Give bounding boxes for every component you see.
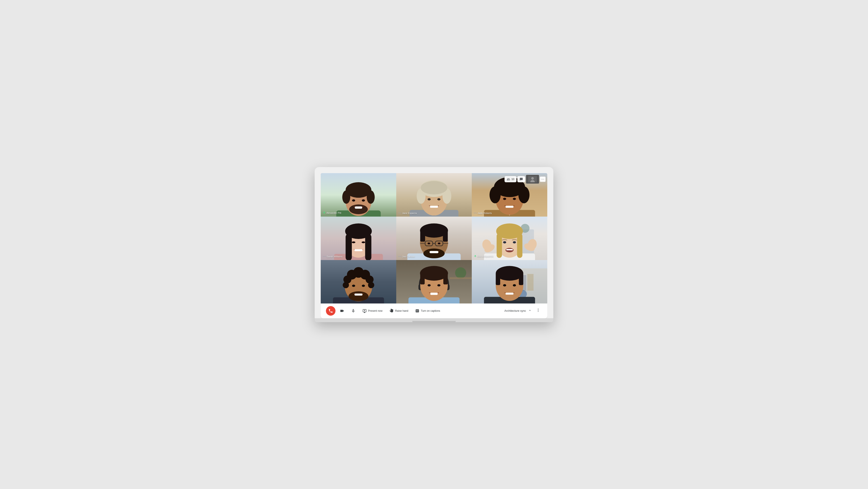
svg-rect-70 — [443, 230, 448, 241]
participant-visual-5 — [396, 217, 472, 260]
participant-avatar-4 — [321, 217, 396, 260]
participant-avatar-6 — [472, 217, 547, 260]
mic-dots-2 — [398, 213, 401, 213]
more-options-button[interactable] — [534, 307, 542, 314]
svg-point-28 — [428, 198, 431, 200]
svg-rect-47 — [506, 206, 514, 208]
end-call-icon — [328, 309, 333, 313]
mic-active-icon-6 — [474, 255, 476, 257]
svg-point-95 — [513, 241, 516, 243]
participant-name-1: Alexander Pitt — [327, 211, 341, 214]
svg-point-151 — [538, 311, 538, 312]
svg-point-78 — [438, 242, 440, 244]
meeting-title-chevron[interactable] — [527, 308, 532, 314]
participant-visual-1 — [321, 173, 396, 217]
svg-point-113 — [352, 285, 355, 287]
mic-dots-5 — [398, 256, 401, 257]
name-tag-3: Jade Roberts — [474, 212, 492, 214]
participant-name-2: Jane Esparza — [402, 212, 416, 214]
svg-point-10 — [367, 190, 375, 204]
controls-right: Architecture sync — [504, 307, 542, 314]
svg-point-146 — [503, 284, 506, 286]
mic-dots-4 — [323, 256, 326, 257]
captions-button[interactable]: Turn on captions — [412, 307, 443, 315]
participant-avatar-8 — [396, 260, 472, 304]
svg-point-130 — [428, 284, 431, 286]
svg-point-117 — [455, 267, 466, 278]
chat-icon — [520, 177, 523, 181]
svg-rect-97 — [506, 249, 513, 250]
participant-visual-8 — [396, 260, 472, 304]
self-view-more-button[interactable]: ⋯ — [540, 177, 546, 182]
svg-rect-115 — [354, 293, 363, 295]
name-tag-2: Jane Esparza — [398, 212, 416, 214]
meeting-title: Architecture sync — [504, 309, 526, 312]
microphone-button[interactable] — [348, 307, 358, 315]
svg-point-56 — [352, 241, 355, 243]
present-icon — [362, 309, 367, 313]
video-cell-6: Erin Kirkpatrick — [472, 217, 547, 260]
people-icon — [507, 177, 510, 181]
svg-point-43 — [494, 188, 500, 195]
raise-hand-button[interactable]: Raise hand — [387, 307, 411, 315]
svg-rect-128 — [420, 273, 425, 284]
controls-left: Present now Raise hand Turn on captions — [326, 306, 443, 316]
name-tag-6: Erin Kirkpatrick — [474, 255, 493, 258]
video-cell-2: Jane Esparza — [396, 173, 472, 217]
svg-rect-79 — [430, 251, 439, 253]
mic-indicator-2 — [398, 213, 401, 213]
svg-point-44 — [519, 188, 525, 195]
laptop-screen: 10 ⋯ — [321, 173, 547, 318]
video-grid: Alexander Pitt — [321, 173, 547, 304]
svg-rect-55 — [365, 234, 372, 260]
svg-rect-92 — [497, 233, 502, 258]
svg-point-110 — [343, 282, 349, 288]
svg-point-29 — [437, 198, 440, 200]
mic-indicator-4 — [323, 256, 326, 257]
svg-point-13 — [362, 199, 365, 201]
present-now-button[interactable]: Present now — [360, 307, 385, 315]
camera-button[interactable] — [337, 307, 347, 315]
svg-point-131 — [437, 284, 440, 286]
participant-visual-6 — [472, 217, 547, 260]
svg-point-46 — [513, 198, 516, 200]
svg-rect-30 — [430, 206, 438, 208]
more-vertical-icon — [536, 308, 540, 312]
svg-rect-145 — [519, 273, 523, 285]
svg-point-1 — [531, 177, 534, 180]
laptop-hinge — [412, 321, 456, 322]
svg-point-150 — [538, 310, 538, 311]
end-call-button[interactable] — [326, 306, 336, 316]
svg-point-77 — [428, 242, 430, 244]
svg-rect-144 — [496, 273, 500, 285]
participant-name-4: Sarah Williams — [327, 255, 342, 258]
svg-rect-16 — [324, 211, 324, 213]
participant-avatar-1 — [321, 173, 396, 217]
mic-indicator-3 — [474, 213, 477, 213]
captions-icon — [415, 309, 420, 313]
laptop-frame: 10 ⋯ — [315, 167, 553, 322]
participant-visual-2 — [396, 173, 472, 217]
participants-button[interactable]: 10 — [504, 176, 517, 182]
svg-rect-118 — [450, 277, 472, 279]
raise-hand-label: Raise hand — [395, 309, 408, 312]
chat-button[interactable] — [517, 176, 525, 182]
participant-name-3: Jade Roberts — [477, 212, 492, 214]
participant-count: 10 — [512, 178, 514, 181]
svg-point-114 — [362, 285, 365, 287]
svg-point-94 — [503, 241, 506, 243]
participant-name-6: Erin Kirkpatrick — [477, 255, 493, 258]
chevron-up-icon — [528, 309, 532, 312]
svg-point-149 — [538, 309, 538, 309]
mic-indicator-1 — [323, 211, 326, 214]
svg-point-71 — [423, 249, 445, 258]
svg-point-12 — [352, 199, 355, 201]
svg-rect-14 — [355, 206, 362, 208]
svg-point-147 — [513, 284, 516, 286]
svg-point-11 — [349, 204, 368, 214]
svg-rect-93 — [517, 233, 523, 258]
svg-point-45 — [503, 198, 506, 200]
svg-point-111 — [368, 282, 374, 288]
self-view-thumbnail — [526, 175, 539, 183]
svg-rect-129 — [443, 273, 448, 284]
